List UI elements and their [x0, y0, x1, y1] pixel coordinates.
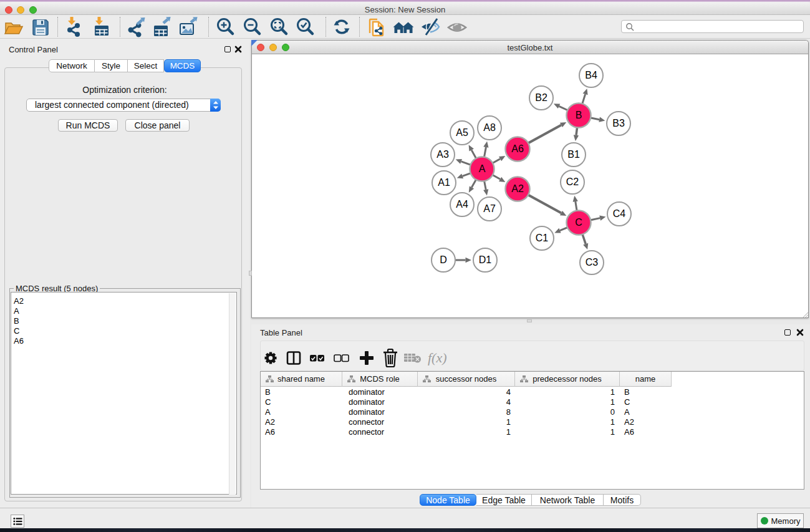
svg-text:A6: A6 — [511, 143, 524, 154]
svg-text:B4: B4 — [585, 70, 597, 80]
svg-text:B3: B3 — [612, 118, 625, 128]
svg-text:B2: B2 — [535, 92, 547, 103]
svg-text:A4: A4 — [456, 199, 468, 210]
svg-text:B1: B1 — [567, 149, 580, 160]
svg-text:A5: A5 — [456, 127, 468, 138]
svg-text:C4: C4 — [613, 208, 626, 219]
svg-text:D1: D1 — [479, 254, 492, 265]
svg-text:A8: A8 — [483, 122, 496, 133]
svg-text:A3: A3 — [436, 149, 449, 160]
svg-text:A7: A7 — [483, 203, 496, 214]
svg-text:A2: A2 — [511, 183, 524, 194]
svg-text:A1: A1 — [438, 177, 450, 188]
svg-text:C2: C2 — [566, 177, 579, 187]
svg-text:C: C — [575, 217, 582, 228]
svg-text:C3: C3 — [586, 257, 599, 268]
svg-text:C1: C1 — [536, 233, 549, 243]
svg-text:D: D — [440, 254, 447, 265]
svg-text:A: A — [479, 163, 486, 174]
svg-text:B: B — [576, 110, 582, 120]
